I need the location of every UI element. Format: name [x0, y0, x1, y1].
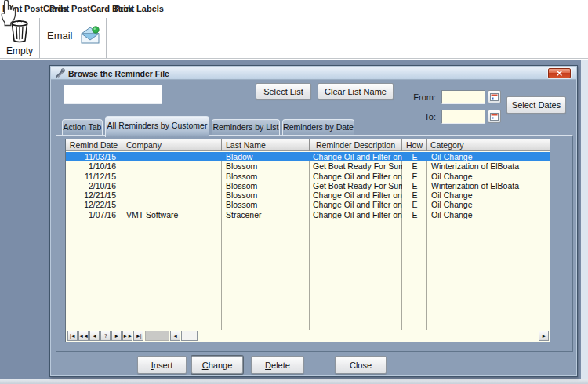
delete-button[interactable]: Delete	[251, 356, 304, 374]
tab-reminders-by-date[interactable]: Reminders by Date	[282, 119, 354, 136]
menu-print-labels[interactable]: Print Labels	[114, 4, 164, 13]
hscroll-thumb[interactable]	[181, 331, 198, 341]
browse-reminder-dialog: Browse the Reminder File Select List Cle…	[49, 65, 578, 377]
cell-how: E	[402, 200, 427, 209]
menu-bar: Print PostCards Print PostCard Back Prin…	[0, 2, 588, 15]
cell-company	[122, 161, 222, 171]
cell-last-name: Blossom	[222, 181, 310, 190]
cell-company	[122, 181, 222, 190]
column-header-reminder-description[interactable]: Reminder Description	[310, 139, 402, 151]
change-label-post: hange	[209, 360, 233, 370]
cell-category: Oil Change	[427, 152, 550, 161]
list-rows: 11/03/15 Bladow Change Oil and Filter on…	[66, 152, 550, 219]
change-button[interactable]: Change	[191, 356, 243, 374]
tab-content-panel: Remind Date Company Last Name Reminder D…	[56, 135, 573, 352]
from-label: From:	[405, 92, 436, 102]
change-label-key: C	[202, 360, 209, 370]
cell-last-name: Stracener	[222, 210, 310, 219]
cell-remind-date: 12/22/15	[66, 200, 122, 209]
from-date-input[interactable]	[441, 90, 485, 104]
tab-all-reminders-by-customer[interactable]: All Reminders by Customer	[105, 116, 209, 137]
cell-category: Oil Change	[427, 200, 550, 209]
email-button[interactable]: Email	[40, 18, 106, 58]
hscroll-right-button[interactable]: ►	[539, 331, 549, 341]
select-dates-button[interactable]: Select Dates	[506, 96, 566, 114]
cell-category: Oil Change	[427, 210, 550, 219]
cell-last-name: Blossom	[222, 172, 310, 181]
cell-remind-date: 11/12/15	[66, 172, 122, 181]
toolbar-separator-2	[106, 18, 107, 58]
nav-last-button[interactable]: ►|	[133, 331, 143, 341]
cell-company	[122, 200, 222, 209]
column-header-category[interactable]: Category	[427, 139, 550, 151]
table-row-selected[interactable]: 11/03/15 Bladow Change Oil and Filter on…	[66, 152, 550, 161]
cell-company	[122, 152, 222, 161]
dialog-titlebar[interactable]: Browse the Reminder File	[51, 67, 576, 80]
nav-fast-forward-button[interactable]: ►►	[122, 331, 132, 341]
close-x-icon	[557, 71, 562, 76]
nav-first-button[interactable]: |◄	[67, 331, 78, 341]
to-calendar-button[interactable]	[488, 110, 501, 123]
column-header-company[interactable]: Company	[122, 139, 222, 151]
hscroll-track-segment	[145, 331, 169, 341]
from-calendar-button[interactable]	[488, 90, 501, 103]
insert-label-post: nsert	[154, 360, 172, 370]
hscroll-left-button[interactable]: ◄	[170, 331, 180, 341]
nav-back-button[interactable]: ◄	[89, 331, 100, 341]
cell-description: Get Boat Ready For Sum	[310, 161, 402, 171]
nav-fast-back-button[interactable]: ◄◄	[78, 331, 89, 341]
delete-label-post: elete	[271, 360, 290, 370]
list-name-input[interactable]	[64, 85, 162, 104]
column-header-remind-date[interactable]: Remind Date	[66, 139, 122, 151]
table-row[interactable]: 2/10/16 Blossom Get Boat Ready For Sum E…	[66, 181, 550, 190]
cell-description: Change Oil and Filter on	[310, 210, 402, 219]
email-envelope-icon	[80, 26, 101, 45]
empty-label: Empty	[1, 45, 38, 56]
table-row[interactable]: 11/12/15 Blossom Change Oil and Filter o…	[66, 172, 550, 181]
cell-how: E	[402, 172, 427, 181]
table-row[interactable]: 12/22/15 Blossom Change Oil and Filter o…	[66, 200, 550, 209]
select-list-button[interactable]: Select List	[256, 83, 311, 100]
app-window: Print PostCards Print PostCard Back Prin…	[0, 0, 588, 384]
cell-how: E	[402, 190, 427, 200]
browse-nav-bar: |◄ ◄◄ ◄ ? ► ►► ►| ◄ ►	[66, 330, 550, 342]
nav-locate-button[interactable]: ?	[100, 331, 111, 341]
cell-how: E	[402, 152, 427, 161]
column-header-last-name[interactable]: Last Name	[222, 139, 310, 151]
tab-reminders-by-list[interactable]: Reminders by List	[212, 119, 280, 136]
cell-last-name: Blossom	[222, 161, 310, 171]
close-button[interactable]	[548, 68, 571, 78]
cell-last-name: Blossom	[222, 190, 310, 200]
cell-remind-date: 11/03/15	[66, 152, 122, 161]
hand-cursor-icon	[0, 0, 19, 27]
cell-remind-date: 2/10/16	[66, 181, 122, 190]
tools-icon	[55, 68, 65, 78]
table-row[interactable]: 1/07/16 VMT Software Stracener Change Oi…	[66, 210, 550, 219]
cell-remind-date: 1/07/16	[66, 210, 122, 219]
reminder-list[interactable]: Remind Date Company Last Name Reminder D…	[65, 139, 550, 342]
cell-description: Change Oil and Filter on	[310, 152, 402, 161]
cell-last-name: Blossom	[222, 200, 310, 209]
cell-description: Change Oil and Filter on	[310, 200, 402, 209]
cell-company: VMT Software	[122, 210, 222, 219]
cell-description: Change Oil and Filter on	[310, 172, 402, 181]
table-row[interactable]: 1/10/16 Blossom Get Boat Ready For Sum E…	[66, 161, 550, 171]
cell-description: Change Oil and Filter on	[310, 190, 402, 200]
tab-action-tab[interactable]: Action Tab	[62, 119, 103, 136]
nav-forward-button[interactable]: ►	[111, 331, 122, 341]
cell-remind-date: 12/21/15	[66, 190, 122, 200]
close-dialog-button[interactable]: Close	[335, 356, 387, 374]
column-header-how[interactable]: How	[402, 139, 427, 151]
dialog-title: Browse the Reminder File	[68, 69, 169, 78]
clear-list-name-button[interactable]: Clear List Name	[318, 83, 394, 100]
table-row[interactable]: 12/21/15 Blossom Change Oil and Filter o…	[66, 190, 550, 200]
delete-label-key: D	[265, 360, 271, 370]
cell-category: Oil Change	[427, 172, 550, 181]
to-date-input[interactable]	[441, 110, 485, 124]
cell-how: E	[402, 210, 427, 219]
email-label: Email	[47, 30, 73, 42]
right-edge-strip	[581, 60, 588, 379]
insert-button[interactable]: Insert	[137, 356, 187, 374]
cell-category: Oil Change	[427, 190, 550, 200]
cell-company	[122, 190, 222, 200]
